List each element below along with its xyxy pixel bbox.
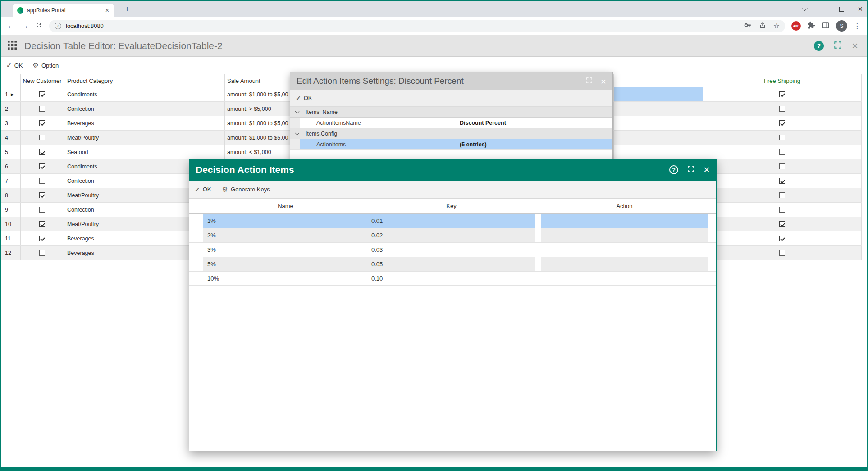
free-shipping-checkbox[interactable] — [779, 207, 785, 213]
new-customer-checkbox[interactable] — [39, 178, 45, 184]
new-tab-button[interactable]: + — [121, 3, 133, 16]
close-editor-icon[interactable]: × — [852, 41, 858, 51]
column-header-free-shipping[interactable]: Free Shipping — [703, 74, 862, 87]
product-category-cell[interactable]: Meat/Poultry — [64, 131, 225, 145]
browser-tab[interactable]: appRules Portal × — [13, 4, 114, 17]
free-shipping-checkbox[interactable] — [779, 149, 785, 155]
dialog-header[interactable]: Decision Action Items ? × — [189, 159, 716, 181]
new-customer-checkbox[interactable] — [39, 250, 45, 256]
item-name-cell[interactable]: 10% — [203, 272, 368, 286]
new-customer-checkbox[interactable] — [39, 207, 45, 213]
row-selector[interactable] — [189, 272, 203, 286]
free-shipping-checkbox[interactable] — [779, 120, 785, 126]
app-header: Decision Table Editor: EvaluateDecisionT… — [1, 35, 867, 57]
browser-toolbar: ← → i localhost:8080 ☆ ABP S ⋮ — [1, 17, 867, 35]
free-shipping-checkbox[interactable] — [779, 250, 785, 256]
ok-button[interactable]: ✓ OK — [195, 186, 211, 193]
free-shipping-checkbox[interactable] — [779, 91, 785, 97]
new-customer-checkbox[interactable] — [39, 236, 45, 241]
help-icon[interactable]: ? — [669, 165, 678, 174]
product-category-cell[interactable]: Seafood — [64, 145, 225, 159]
free-shipping-checkbox[interactable] — [779, 192, 785, 198]
item-name-cell[interactable]: 5% — [203, 257, 368, 272]
tab-search-icon[interactable] — [803, 6, 808, 11]
product-category-cell[interactable]: Beverages — [64, 116, 225, 130]
item-key-cell[interactable]: 0.10 — [368, 272, 535, 286]
option-button[interactable]: ⚙ Option — [33, 61, 59, 69]
item-action-cell[interactable] — [541, 243, 708, 257]
item-name-cell[interactable]: 3% — [203, 243, 368, 257]
row-selector[interactable] — [189, 214, 203, 228]
column-header-new-customer[interactable]: New Customer — [21, 74, 64, 87]
window-minimize-button[interactable] — [820, 9, 826, 9]
ok-button[interactable]: ✓ OK — [296, 95, 312, 102]
back-icon[interactable]: ← — [7, 22, 15, 31]
column-header-key[interactable]: Key — [368, 199, 535, 213]
item-name-cell[interactable]: 2% — [203, 228, 368, 243]
property-value[interactable]: Discount Percent — [456, 118, 612, 128]
row-selector[interactable] — [189, 228, 203, 243]
browser-menu-icon[interactable]: ⋮ — [854, 22, 861, 30]
dialog-header[interactable]: Edit Action Items Settings: Discount Per… — [290, 72, 612, 90]
window-maximize-button[interactable] — [839, 7, 844, 12]
item-row: 2% 0.02 — [189, 228, 716, 243]
new-customer-checkbox[interactable] — [39, 192, 45, 198]
row-indicator — [290, 118, 300, 128]
column-header-product-category[interactable]: Product Category — [64, 74, 225, 87]
maximize-icon[interactable] — [687, 165, 694, 174]
column-header-action[interactable]: Action — [541, 199, 708, 213]
item-key-cell[interactable]: 0.03 — [368, 243, 535, 257]
new-customer-checkbox[interactable] — [39, 135, 45, 140]
new-customer-checkbox[interactable] — [39, 163, 45, 169]
fullscreen-icon[interactable] — [834, 41, 842, 51]
close-icon[interactable]: × — [601, 77, 606, 86]
product-category-cell[interactable]: Condiments — [64, 87, 225, 101]
reload-icon[interactable] — [35, 21, 43, 31]
property-value[interactable]: (5 entries) — [456, 139, 612, 149]
selected-cell[interactable] — [614, 87, 703, 101]
help-icon[interactable]: ? — [814, 41, 824, 51]
row-selector[interactable] — [189, 243, 203, 257]
item-name-cell[interactable]: 1% — [203, 214, 368, 228]
new-customer-checkbox[interactable] — [39, 120, 45, 126]
free-shipping-checkbox[interactable] — [779, 236, 785, 241]
free-shipping-checkbox[interactable] — [779, 135, 785, 140]
item-action-cell[interactable] — [541, 228, 708, 243]
item-key-cell[interactable]: 0.05 — [368, 257, 535, 272]
item-action-cell[interactable] — [541, 214, 708, 228]
profile-avatar[interactable]: S — [836, 20, 847, 32]
ok-button[interactable]: ✓ OK — [6, 62, 23, 69]
password-key-icon[interactable] — [744, 21, 752, 31]
apps-grid-icon[interactable] — [7, 40, 17, 52]
product-category-cell[interactable]: Confection — [64, 102, 225, 116]
free-shipping-checkbox[interactable] — [779, 163, 785, 169]
tab-close-icon[interactable]: × — [105, 7, 110, 14]
new-customer-checkbox[interactable] — [39, 106, 45, 112]
share-icon[interactable] — [759, 22, 766, 31]
item-key-cell[interactable]: 0.01 — [368, 214, 535, 228]
free-shipping-checkbox[interactable] — [779, 221, 785, 227]
row-selector[interactable] — [189, 257, 203, 272]
generate-keys-button[interactable]: ⚙ Generate Keys — [222, 186, 270, 194]
property-group-items-config[interactable]: Items.Config — [290, 128, 612, 139]
side-panel-icon[interactable] — [822, 21, 830, 31]
extensions-puzzle-icon[interactable] — [807, 21, 815, 31]
free-shipping-checkbox[interactable] — [779, 106, 785, 112]
free-shipping-checkbox[interactable] — [779, 178, 785, 184]
item-action-cell[interactable] — [541, 272, 708, 286]
bookmark-star-icon[interactable]: ☆ — [773, 22, 780, 30]
forward-icon[interactable]: → — [21, 22, 29, 31]
item-key-cell[interactable]: 0.02 — [368, 228, 535, 243]
property-group-items-name[interactable]: Items Name — [290, 107, 612, 118]
window-close-button[interactable]: × — [858, 5, 863, 13]
maximize-icon[interactable] — [586, 77, 593, 86]
new-customer-checkbox[interactable] — [39, 91, 45, 97]
close-icon[interactable]: × — [704, 164, 710, 175]
site-info-icon[interactable]: i — [55, 23, 61, 29]
address-bar[interactable]: i localhost:8080 ☆ — [49, 20, 785, 32]
column-header-name[interactable]: Name — [203, 199, 368, 213]
new-customer-checkbox[interactable] — [39, 149, 45, 155]
abp-extension-icon[interactable]: ABP — [791, 21, 801, 31]
new-customer-checkbox[interactable] — [39, 221, 45, 227]
item-action-cell[interactable] — [541, 257, 708, 272]
